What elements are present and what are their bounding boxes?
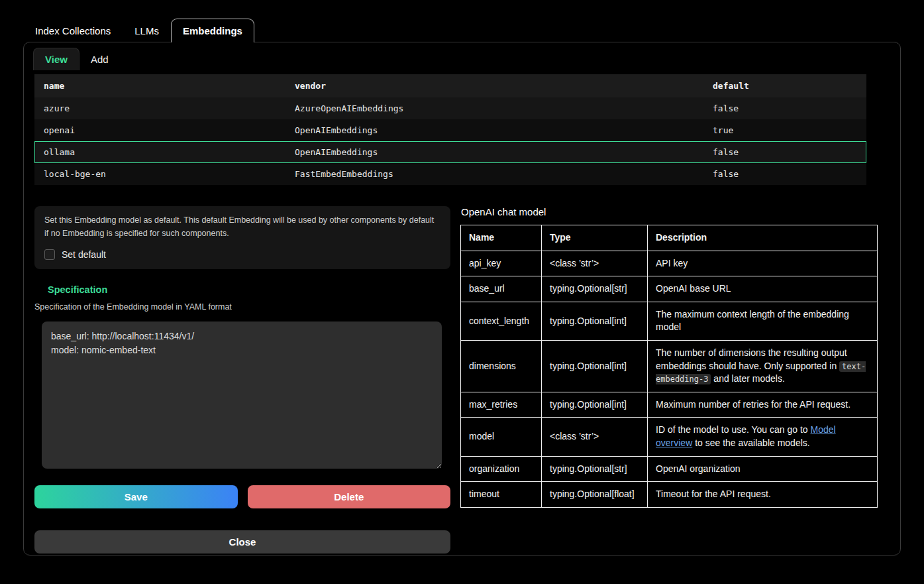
- tab-add[interactable]: Add: [79, 48, 120, 70]
- specification-subtitle: Specification of the Embedding model in …: [34, 302, 450, 312]
- main-panel: View Add name vendor default azure Azure…: [23, 42, 901, 555]
- sub-tab-bar: View Add: [33, 48, 891, 74]
- param-row-organization: organization typing.Optional[str] OpenAI…: [461, 456, 878, 482]
- specification-heading: Specification: [48, 284, 450, 295]
- table-row-local-bge-en[interactable]: local-bge-en FastEmbedEmbeddings false: [34, 163, 866, 185]
- column-header-name: name: [34, 74, 285, 97]
- description-text: ID of the model to use. You can go to: [656, 424, 811, 435]
- param-description: Timeout for the API request.: [648, 482, 878, 508]
- edit-panel: Set this Embedding model as default. Thi…: [34, 206, 450, 554]
- column-header-name: Name: [461, 225, 542, 251]
- param-type: typing.Optional[int]: [542, 302, 648, 340]
- cell-name: openai: [34, 119, 285, 141]
- param-row-max-retries: max_retries typing.Optional[int] Maximum…: [461, 392, 878, 418]
- param-type: <class ’str’>: [542, 251, 648, 276]
- table-row-openai[interactable]: openai OpenAIEmbeddings true: [34, 119, 866, 141]
- cell-default: false: [703, 141, 866, 163]
- param-description: The maximum context length of the embedd…: [648, 302, 878, 340]
- param-name: timeout: [461, 482, 542, 508]
- set-default-checkbox[interactable]: Set default: [44, 249, 440, 260]
- table-header-row: name vendor default: [34, 74, 866, 97]
- description-text: and later models.: [711, 373, 784, 384]
- column-header-type: Type: [542, 225, 648, 251]
- param-row-base-url: base_url typing.Optional[str] OpenAI bas…: [461, 276, 878, 302]
- column-header-vendor: vendor: [285, 74, 703, 97]
- top-tab-bar: Index Collections LLMs Embeddings: [23, 19, 924, 42]
- param-description: ID of the model to use. You can go to Mo…: [648, 418, 878, 456]
- cell-name: local-bge-en: [34, 163, 285, 185]
- tab-embeddings[interactable]: Embeddings: [171, 19, 254, 42]
- detail-area: Set this Embedding model as default. Thi…: [33, 206, 891, 554]
- default-setting-panel: Set this Embedding model as default. Thi…: [34, 206, 450, 269]
- param-type: typing.Optional[float]: [542, 482, 648, 508]
- model-info-panel: OpenAI chat model Name Type Description …: [460, 206, 877, 554]
- yaml-spec-input[interactable]: base_url: http://localhost:11434/v1/ mod…: [42, 321, 442, 469]
- tab-llms[interactable]: LLMs: [123, 19, 171, 42]
- param-row-timeout: timeout typing.Optional[float] Timeout f…: [461, 482, 878, 508]
- tab-index-collections[interactable]: Index Collections: [23, 19, 123, 42]
- column-header-description: Description: [648, 225, 878, 251]
- tab-view[interactable]: View: [33, 48, 79, 70]
- param-type: typing.Optional[int]: [542, 340, 648, 392]
- param-description: OpenAI base URL: [648, 276, 878, 302]
- param-type: typing.Optional[str]: [542, 276, 648, 302]
- param-description: API key: [648, 251, 878, 276]
- model-params-table: Name Type Description api_key <class ’st…: [460, 225, 878, 508]
- page: Index Collections LLMs Embeddings View A…: [0, 0, 924, 584]
- param-name: dimensions: [461, 340, 542, 392]
- param-row-model: model <class ’str’> ID of the model to u…: [461, 418, 878, 456]
- checkbox-box[interactable]: [44, 249, 55, 260]
- param-type: typing.Optional[str]: [542, 456, 648, 482]
- description-text: to see the available models.: [692, 438, 809, 448]
- cell-vendor: FastEmbedEmbeddings: [285, 163, 703, 185]
- param-row-api-key: api_key <class ’str’> API key: [461, 251, 878, 276]
- default-description: Set this Embedding model as default. Thi…: [44, 213, 440, 240]
- close-button[interactable]: Close: [34, 530, 450, 554]
- param-name: base_url: [461, 276, 542, 302]
- save-button[interactable]: Save: [34, 485, 238, 508]
- cell-vendor: OpenAIEmbeddings: [285, 141, 703, 163]
- cell-default: true: [703, 119, 866, 141]
- table-row-ollama-selected[interactable]: ollama OpenAIEmbeddings false: [34, 141, 866, 163]
- param-description: OpenAI organization: [648, 456, 878, 482]
- param-name: organization: [461, 456, 542, 482]
- cell-vendor: OpenAIEmbeddings: [285, 119, 703, 141]
- checkbox-label: Set default: [62, 249, 106, 260]
- cell-name: azure: [34, 97, 285, 119]
- delete-button[interactable]: Delete: [248, 485, 451, 508]
- cell-vendor: AzureOpenAIEmbeddings: [285, 97, 703, 119]
- param-name: context_length: [461, 302, 542, 340]
- cell-default: false: [703, 97, 866, 119]
- param-type: <class ’str’>: [542, 418, 648, 456]
- table-header-row: Name Type Description: [461, 225, 878, 251]
- embeddings-table: name vendor default azure AzureOpenAIEmb…: [34, 74, 866, 185]
- param-name: max_retries: [461, 392, 542, 418]
- action-button-row: Save Delete: [34, 485, 450, 508]
- param-description: Maximum number of retries for the API re…: [648, 392, 878, 418]
- cell-name: ollama: [34, 141, 285, 163]
- param-row-context-length: context_length typing.Optional[int] The …: [461, 302, 878, 340]
- cell-default: false: [703, 163, 866, 185]
- param-description: The number of dimensions the resulting o…: [648, 340, 878, 392]
- table-row-azure[interactable]: azure AzureOpenAIEmbeddings false: [34, 97, 866, 119]
- param-name: api_key: [461, 251, 542, 276]
- model-info-title: OpenAI chat model: [461, 206, 877, 217]
- param-row-dimensions: dimensions typing.Optional[int] The numb…: [461, 340, 878, 392]
- param-name: model: [461, 418, 542, 456]
- column-header-default: default: [703, 74, 866, 97]
- description-text: The number of dimensions the resulting o…: [656, 347, 847, 371]
- param-type: typing.Optional[int]: [542, 392, 648, 418]
